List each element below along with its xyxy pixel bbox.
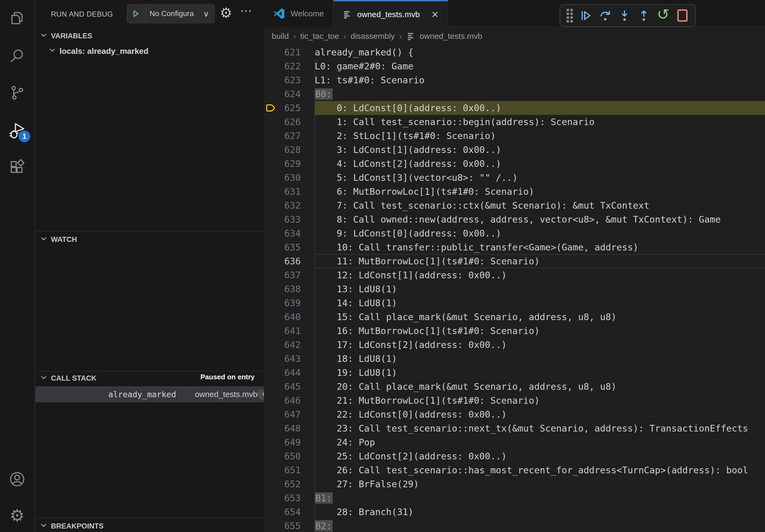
code-line: 63510: Call transfer::public_transfer<Ga… — [264, 240, 765, 254]
code-line: 64924: Pop — [264, 435, 765, 449]
code-line: 64621: MutBorrowLoc[1](ts#1#0: Scenario) — [264, 394, 765, 407]
restart-button[interactable]: ↺ — [655, 8, 671, 23]
line-text: 22: LdConst[0](address: 0x00..) — [315, 409, 507, 420]
line-number[interactable]: 651 — [264, 463, 301, 477]
line-number[interactable]: 627 — [264, 129, 301, 143]
drag-handle[interactable] — [565, 9, 574, 23]
watch-section-header[interactable]: WATCH — [40, 235, 77, 245]
debug-current-line-icon — [265, 102, 277, 114]
line-number[interactable]: 637 — [264, 268, 301, 282]
chevron-down-icon: ∨ — [203, 9, 215, 19]
code-line: 63813: LdU8(1) — [264, 282, 765, 296]
block-label: B1: — [315, 492, 333, 504]
line-number[interactable]: 649 — [264, 435, 301, 449]
close-icon[interactable]: × — [431, 9, 438, 20]
line-text: 6: MutBorrowLoc[1](ts#1#0: Scenario) — [315, 186, 534, 197]
line-text: 16: MutBorrowLoc[1](ts#1#0: Scenario) — [315, 326, 539, 336]
sidebar-title: RUN AND DEBUG — [51, 10, 113, 19]
line-number[interactable]: 641 — [264, 324, 301, 338]
line-number[interactable]: 639 — [264, 296, 301, 310]
more-actions-icon[interactable]: ⋯ — [240, 4, 252, 17]
extensions-icon[interactable] — [8, 158, 26, 176]
line-number[interactable]: 624 — [264, 87, 301, 101]
step-over-button[interactable] — [597, 8, 613, 23]
line-text: 28: Branch(31) — [315, 507, 413, 517]
line-number[interactable]: 648 — [264, 421, 301, 435]
block-label: B0: — [315, 89, 333, 100]
section-divider — [35, 231, 264, 231]
line-number[interactable]: 631 — [264, 184, 301, 198]
debug-settings-gear-icon[interactable]: ⚙ — [220, 6, 232, 20]
line-number[interactable]: 653 — [264, 491, 301, 505]
run-and-debug-icon[interactable]: 1 — [8, 122, 26, 139]
line-text: 8: Call owned::new(address, address, vec… — [315, 214, 721, 225]
breadcrumb-item[interactable]: build — [272, 32, 289, 41]
line-number[interactable]: 645 — [264, 380, 301, 394]
breakpoints-section-header[interactable]: BREAKPOINTS — [40, 521, 104, 531]
tab-owned-tests[interactable]: owned_tests.mvb × — [334, 0, 448, 27]
line-number[interactable]: 630 — [264, 171, 301, 184]
line-text: 25: LdConst[2](address: 0x00..) — [315, 451, 507, 461]
line-number[interactable]: 643 — [264, 352, 301, 366]
code-line-current: 6250: LdConst[0](address: 0x00..) — [264, 101, 765, 115]
line-number[interactable]: 638 — [264, 282, 301, 296]
breadcrumb-item[interactable]: tic_tac_toe — [300, 32, 339, 41]
step-into-button[interactable] — [617, 8, 632, 23]
launch-config-dropdown[interactable]: No Configura ∨ — [127, 4, 215, 24]
line-text: 14: LdU8(1) — [315, 298, 397, 308]
vscode-logo-icon — [273, 8, 285, 20]
line-number[interactable]: 646 — [264, 394, 301, 407]
line-number[interactable]: 652 — [264, 477, 301, 491]
continue-button[interactable] — [578, 8, 594, 23]
line-number[interactable]: 629 — [264, 157, 301, 171]
settings-gear-icon[interactable]: ⚙ — [8, 507, 26, 524]
line-number[interactable]: 650 — [264, 449, 301, 463]
line-number[interactable]: 654 — [264, 505, 301, 519]
start-debug-icon[interactable] — [127, 4, 146, 24]
code-line: 6272: StLoc[1](ts#1#0: Scenario) — [264, 129, 765, 143]
line-number[interactable]: 647 — [264, 407, 301, 421]
line-text: 15: Call place_mark(&mut Scenario, addre… — [315, 312, 616, 322]
line-number[interactable]: 644 — [264, 366, 301, 380]
variables-section-header[interactable]: VARIABLES — [40, 31, 92, 41]
search-icon[interactable] — [8, 47, 26, 65]
line-number[interactable]: 633 — [264, 212, 301, 226]
variables-locals-scope[interactable]: locals: already_marked — [48, 46, 149, 56]
account-icon[interactable] — [8, 470, 26, 488]
line-number[interactable]: 628 — [264, 143, 301, 157]
breadcrumb-separator: › — [344, 31, 346, 41]
tab-welcome[interactable]: Welcome — [264, 0, 334, 27]
breadcrumb-item[interactable]: owned_tests.mvb — [420, 32, 482, 41]
line-text: 9: LdConst[0](address: 0x00..) — [315, 228, 501, 239]
line-number[interactable]: 622 — [264, 59, 301, 73]
stop-button[interactable] — [675, 8, 690, 23]
line-number[interactable]: 621 — [264, 45, 301, 59]
sidebar-header: RUN AND DEBUG No Configura ∨ ⚙ ⋯ — [35, 0, 264, 28]
line-number[interactable]: 635 — [264, 240, 301, 254]
line-number[interactable]: 626 — [264, 115, 301, 129]
line-number[interactable]: 632 — [264, 198, 301, 212]
code-line: 64217: LdConst[2](address: 0x00..) — [264, 338, 765, 352]
line-text: 18: LdU8(1) — [315, 353, 397, 364]
call-stack-frame[interactable]: already_marked owned_tests.mvb 625 — [35, 386, 264, 402]
line-text: 26: Call test_scenario::has_most_recent_… — [315, 465, 748, 475]
step-out-button[interactable] — [636, 8, 652, 23]
code-line: 63914: LdU8(1) — [264, 296, 765, 310]
line-number[interactable]: 640 — [264, 310, 301, 324]
breadcrumb-item[interactable]: disassembly — [351, 32, 395, 41]
code-line: 63712: LdConst[1](address: 0x00..) — [264, 268, 765, 282]
breadcrumb: build › tic_tac_toe › disassembly › owne… — [264, 27, 765, 45]
line-number[interactable]: 642 — [264, 338, 301, 352]
debug-sidebar: RUN AND DEBUG No Configura ∨ ⚙ ⋯ VARIABL… — [35, 0, 264, 532]
source-control-icon[interactable] — [8, 84, 26, 102]
call-stack-section-header[interactable]: CALL STACK — [40, 374, 97, 383]
line-number[interactable]: 655 — [264, 519, 301, 532]
line-number[interactable]: 623 — [264, 73, 301, 87]
activity-bar: 1 ⚙ — [0, 0, 35, 532]
line-number[interactable]: 636 — [264, 254, 301, 268]
line-number[interactable]: 634 — [264, 226, 301, 240]
line-text: already_marked() { — [315, 47, 413, 58]
explorer-icon[interactable] — [8, 10, 26, 27]
vscode-window: 1 ⚙ RUN AND DEBUG No Configura ∨ ⚙ ⋯ — [0, 0, 765, 532]
line-text: 23: Call test_scenario::next_tx(&mut Sce… — [315, 423, 748, 434]
